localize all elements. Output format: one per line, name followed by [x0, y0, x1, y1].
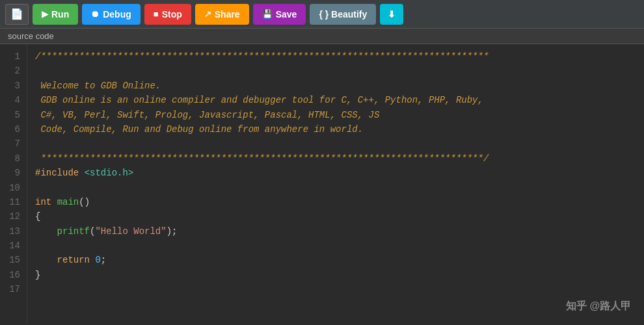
line-number: 12 [8, 209, 20, 224]
source-label-bar: source code [0, 29, 644, 44]
line-number: 17 [8, 282, 20, 296]
code-content[interactable]: /***************************************… [27, 44, 644, 324]
download-icon: ⬇ [388, 9, 396, 20]
stop-button[interactable]: ■ Stop [144, 4, 191, 25]
code-line-4: GDB online is an online compiler and deb… [35, 93, 636, 107]
download-button[interactable]: ⬇ [380, 4, 403, 25]
line-number: 11 [8, 195, 20, 209]
code-line-1: /***************************************… [35, 49, 636, 64]
code-line-15: return 0; [35, 253, 636, 267]
code-line-8: ****************************************… [35, 151, 636, 166]
source-label-text: source code [8, 31, 54, 41]
line-number: 16 [8, 268, 20, 282]
code-line-16: } [35, 268, 636, 282]
line-number: 4 [8, 93, 20, 107]
debug-icon: ⏺ [91, 9, 100, 19]
line-number: 14 [8, 239, 20, 253]
code-line-5: C#, VB, Perl, Swift, Prolog, Javascript,… [35, 108, 636, 122]
code-line-3: Welcome to GDB Online. [35, 79, 636, 93]
line-numbers: 1234567891011121314151617 [0, 44, 27, 324]
line-number: 3 [8, 79, 20, 93]
beautify-label: { } Beautify [319, 9, 367, 20]
code-line-10 [35, 181, 636, 195]
line-number: 10 [8, 181, 20, 195]
file-icon: 📄 [10, 8, 23, 21]
run-icon: ▶ [42, 9, 48, 19]
run-button[interactable]: ▶ Run [33, 4, 78, 25]
share-icon: ↗ [204, 9, 211, 19]
code-line-6: Code, Compile, Run and Debug online from… [35, 122, 636, 136]
code-line-2 [35, 64, 636, 78]
save-icon: 💾 [262, 9, 273, 19]
toolbar: 📄 ▶ Run ⏺ Debug ■ Stop ↗ Share 💾 Save { … [0, 0, 644, 29]
line-number: 6 [8, 122, 20, 136]
stop-icon: ■ [154, 9, 159, 19]
share-button[interactable]: ↗ Share [195, 4, 249, 25]
beautify-button[interactable]: { } Beautify [310, 4, 376, 25]
code-line-12: { [35, 209, 636, 224]
file-icon-button[interactable]: 📄 [5, 4, 29, 25]
code-editor: 1234567891011121314151617 /*************… [0, 44, 644, 324]
stop-label: Stop [162, 9, 182, 20]
code-line-13: printf("Hello World"); [35, 224, 636, 239]
line-number: 8 [8, 151, 20, 166]
code-line-9: #include <stdio.h> [35, 166, 636, 180]
line-number: 5 [8, 108, 20, 122]
line-number: 1 [8, 49, 20, 64]
save-button[interactable]: 💾 Save [253, 4, 306, 25]
debug-label: Debug [103, 9, 131, 20]
line-number: 2 [8, 64, 20, 78]
line-number: 13 [8, 224, 20, 239]
debug-button[interactable]: ⏺ Debug [82, 4, 141, 25]
line-number: 9 [8, 166, 20, 180]
share-label: Share [215, 9, 240, 20]
code-line-17 [35, 282, 636, 296]
save-label: Save [276, 9, 297, 20]
run-label: Run [51, 9, 69, 20]
code-line-11: int main() [35, 195, 636, 209]
code-line-7 [35, 136, 636, 151]
code-line-14 [35, 239, 636, 253]
line-number: 7 [8, 136, 20, 151]
line-number: 15 [8, 253, 20, 267]
